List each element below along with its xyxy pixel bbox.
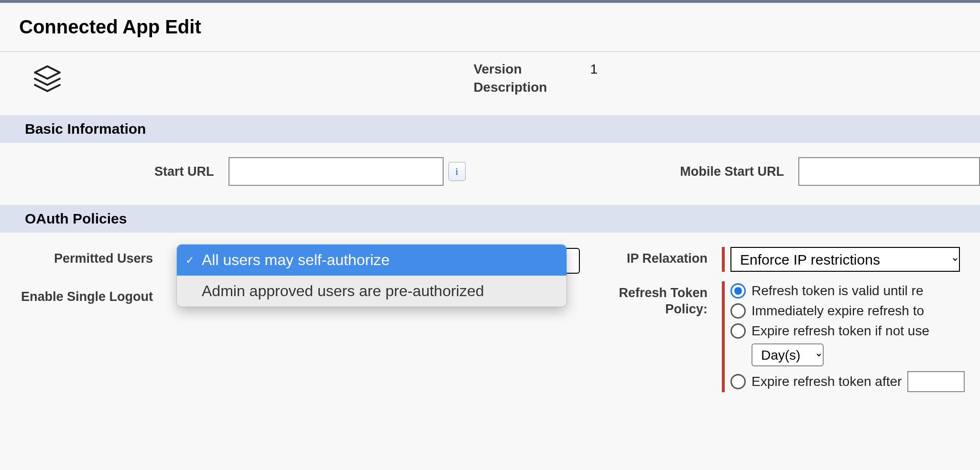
refresh-token-policy-label: Refresh Token Policy: [588, 281, 722, 318]
refresh-token-option-expire-if-not-used[interactable]: Expire refresh token if not use [730, 323, 965, 339]
permitted-users-select-edge[interactable] [566, 248, 580, 274]
refresh-token-option-immediately-expire[interactable]: Immediately expire refresh to [730, 303, 965, 319]
enable-single-logout-label: Enable Single Logout [0, 285, 167, 305]
required-indicator [722, 281, 725, 392]
app-stack-icon [29, 62, 66, 101]
section-header-oauth: OAuth Policies [0, 205, 980, 233]
refresh-token-option-valid-until-revoked[interactable]: Refresh token is valid until re [730, 283, 965, 299]
info-icon[interactable]: i [448, 162, 466, 181]
radio-icon [730, 374, 746, 389]
check-icon: ✓ [185, 254, 195, 267]
radio-icon [730, 323, 746, 339]
permitted-users-option-self-authorize[interactable]: ✓ All users may self-authorize [177, 245, 566, 276]
radio-label: Expire refresh token after [751, 374, 902, 389]
time-unit-select[interactable]: Day(s) [751, 343, 824, 366]
oauth-right-column: IP Relaxation Enforce IP restrictions Re… [588, 247, 980, 402]
mobile-start-url-input[interactable] [798, 157, 980, 186]
page-title: Connected App Edit [0, 3, 980, 51]
required-indicator [722, 247, 725, 272]
refresh-token-radio-group: Refresh token is valid until re Immediat… [730, 281, 965, 392]
radio-label: Expire refresh token if not use [751, 323, 929, 339]
section-body-oauth: Permitted Users Enable Single Logout ✓ A… [0, 233, 980, 406]
radio-label: Refresh token is valid until re [751, 283, 924, 299]
radio-icon [730, 303, 746, 319]
ip-relaxation-label: IP Relaxation [588, 247, 722, 267]
permitted-users-label: Permitted Users [0, 247, 167, 267]
refresh-token-time-unit-row: Day(s) [751, 343, 965, 366]
description-label: Description [473, 80, 547, 95]
ip-relaxation-select[interactable]: Enforce IP restrictions [730, 247, 960, 272]
overview-section: Version 1 Description [0, 51, 980, 115]
version-label: Version [473, 62, 547, 77]
section-header-basic-info: Basic Information [0, 115, 980, 143]
permitted-users-dropdown[interactable]: ✓ All users may self-authorize Admin app… [177, 245, 566, 307]
dropdown-option-label: Admin approved users are pre-authorized [202, 282, 484, 300]
version-value: 1 [590, 62, 598, 77]
dropdown-option-label: All users may self-authorize [202, 251, 390, 269]
section-body-basic-info: Start URL i Mobile Start URL [0, 143, 980, 205]
oauth-left-column: Permitted Users Enable Single Logout ✓ A… [0, 247, 588, 402]
overview-meta: Version 1 Description [473, 62, 961, 95]
mobile-start-url-label: Mobile Start URL [466, 164, 799, 179]
radio-label: Immediately expire refresh to [751, 303, 924, 319]
description-value [590, 80, 598, 95]
expire-after-input[interactable] [907, 371, 965, 392]
permitted-users-option-admin-approved[interactable]: Admin approved users are pre-authorized [177, 276, 566, 307]
start-url-input[interactable] [229, 157, 444, 186]
start-url-label: Start URL [0, 164, 229, 179]
radio-icon [730, 283, 746, 299]
refresh-token-option-expire-after[interactable]: Expire refresh token after [730, 371, 965, 392]
